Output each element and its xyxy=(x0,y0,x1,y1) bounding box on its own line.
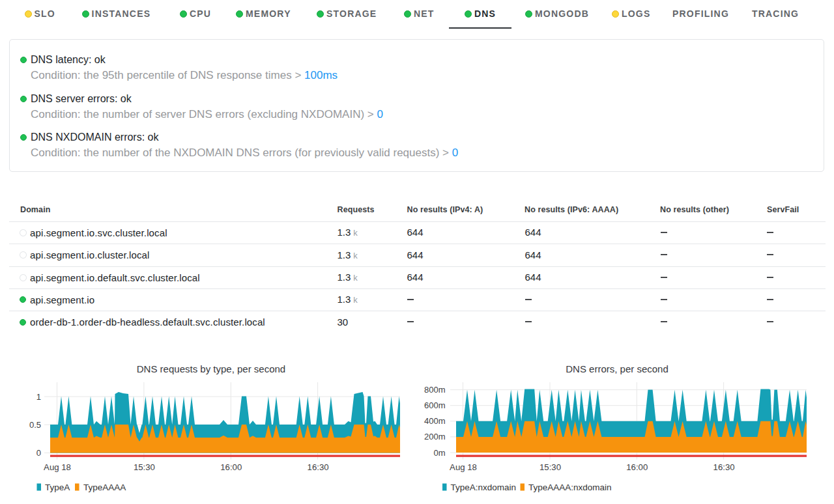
svg-text:1: 1 xyxy=(36,392,41,402)
svg-text:0: 0 xyxy=(36,448,41,458)
svg-text:TypeA: TypeA xyxy=(45,483,70,492)
svg-text:0.5: 0.5 xyxy=(29,420,41,430)
svg-text:800m: 800m xyxy=(424,385,446,395)
svg-text:16:00: 16:00 xyxy=(626,462,648,472)
svg-text:15:30: 15:30 xyxy=(134,462,155,472)
svg-text:0m: 0m xyxy=(433,448,445,458)
svg-text:Aug 18: Aug 18 xyxy=(450,462,477,472)
svg-text:600m: 600m xyxy=(424,400,446,410)
svg-text:Aug 18: Aug 18 xyxy=(44,462,71,472)
svg-text:DNS errors, per second: DNS errors, per second xyxy=(566,363,669,374)
svg-text:DNS requests by type, per seco: DNS requests by type, per second xyxy=(137,363,285,374)
svg-text:16:30: 16:30 xyxy=(308,462,329,472)
svg-text:TypeAAAA: TypeAAAA xyxy=(83,483,126,492)
svg-text:200m: 200m xyxy=(424,432,446,441)
svg-text:16:00: 16:00 xyxy=(220,462,242,472)
svg-text:16:30: 16:30 xyxy=(713,462,735,472)
svg-text:TypeAAAA:nxdomain: TypeAAAA:nxdomain xyxy=(528,483,612,492)
svg-text:15:30: 15:30 xyxy=(539,462,561,472)
svg-text:400m: 400m xyxy=(424,416,446,426)
svg-text:TypeA:nxdomain: TypeA:nxdomain xyxy=(451,483,517,492)
